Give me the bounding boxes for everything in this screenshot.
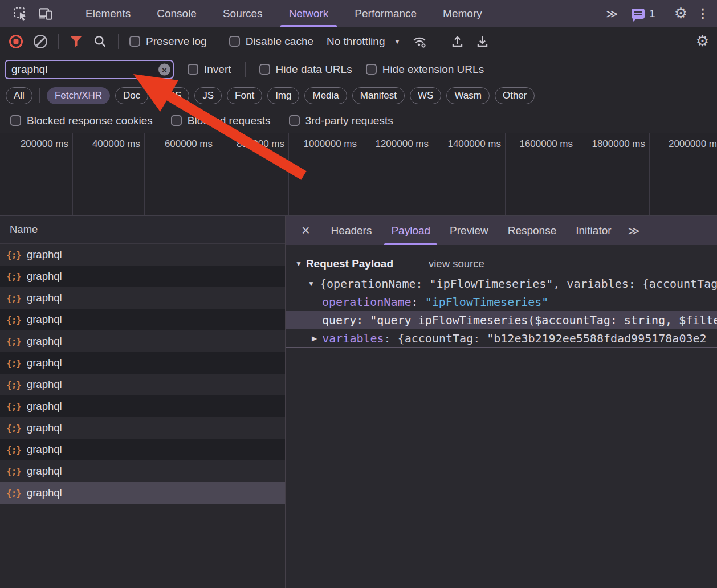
request-row[interactable]: {;}graphql xyxy=(0,309,285,330)
tab-console[interactable]: Console xyxy=(144,0,210,27)
tab-network[interactable]: Network xyxy=(276,0,342,27)
kebab-menu-icon[interactable]: ⋮ xyxy=(696,6,709,21)
request-row[interactable]: {;}graphql xyxy=(0,417,285,439)
settings-gear-icon[interactable]: ⚙ xyxy=(674,5,687,22)
request-rows: {;}graphql{;}graphql{;}graphql{;}graphql… xyxy=(0,244,285,504)
timeline-gridline xyxy=(577,133,577,215)
request-payload-section-header[interactable]: ▼ Request Payload view source xyxy=(286,253,717,275)
timeline-tick-label: 1400000 ms xyxy=(447,138,501,150)
request-name: graphql xyxy=(27,248,62,261)
record-network-log-button[interactable] xyxy=(9,35,23,48)
filter-chip-font[interactable]: Font xyxy=(227,87,262,104)
hide-extension-urls-checkbox[interactable] xyxy=(366,64,377,75)
detail-tab-payload[interactable]: Payload xyxy=(381,216,440,245)
json-separator: : xyxy=(384,332,398,345)
filter-input[interactable] xyxy=(5,60,174,79)
request-name: graphql xyxy=(27,465,62,477)
collapse-caret-icon[interactable]: ▼ xyxy=(295,260,302,268)
export-har-icon[interactable] xyxy=(475,34,490,49)
filter-chip-ws[interactable]: WS xyxy=(410,87,441,104)
filter-chip-img[interactable]: Img xyxy=(267,87,299,104)
network-conditions-icon[interactable] xyxy=(411,34,428,49)
request-row[interactable]: {;}graphql xyxy=(0,244,285,266)
filter-chip-doc[interactable]: Doc xyxy=(115,87,148,104)
3rd-party-requests-checkbox[interactable] xyxy=(289,115,300,126)
3rd-party-requests-checkbox-group[interactable]: 3rd-party requests xyxy=(289,115,393,127)
request-row[interactable]: {;}graphql xyxy=(0,330,285,352)
disable-cache-checkbox-group[interactable]: Disable cache xyxy=(229,35,313,48)
invert-checkbox-group[interactable]: Invert xyxy=(188,63,231,76)
request-name: graphql xyxy=(27,378,62,391)
request-row[interactable]: {;}graphql xyxy=(0,374,285,395)
payload-query-row-selected[interactable]: query: "query ipFlowTimeseries($accountT… xyxy=(286,311,717,329)
invert-checkbox[interactable] xyxy=(188,64,198,75)
filter-chip-wasm[interactable]: Wasm xyxy=(446,87,490,104)
tab-memory[interactable]: Memory xyxy=(430,0,495,27)
blocked-requests-checkbox[interactable] xyxy=(171,115,182,126)
request-row[interactable]: {;}graphql xyxy=(0,482,285,504)
timeline-gridline xyxy=(505,133,506,215)
request-row[interactable]: {;}graphql xyxy=(0,460,285,482)
filter-chip-manifest[interactable]: Manifest xyxy=(352,87,405,104)
tab-sources[interactable]: Sources xyxy=(210,0,276,27)
network-overview-timeline[interactable]: 200000 ms400000 ms600000 ms800000 ms1000… xyxy=(0,133,717,216)
timeline-tick-label: 1800000 ms xyxy=(592,138,645,150)
request-row[interactable]: {;}graphql xyxy=(0,395,285,417)
filter-chip-media[interactable]: Media xyxy=(304,87,347,104)
timeline-tick-label: 200000 ms xyxy=(21,138,68,150)
detail-tab-headers[interactable]: Headers xyxy=(321,216,382,245)
filter-chip-css[interactable]: CSS xyxy=(153,87,189,104)
disable-cache-checkbox[interactable] xyxy=(229,36,240,47)
network-filter-row: × Invert Hide data URLs Hide extension U… xyxy=(0,55,717,83)
preserve-log-checkbox-group[interactable]: Preserve log xyxy=(129,35,207,48)
filter-chip-other[interactable]: Other xyxy=(495,87,535,104)
blocked-requests-checkbox-group[interactable]: Blocked requests xyxy=(171,115,271,127)
request-row[interactable]: {;}graphql xyxy=(0,352,285,374)
clear-network-log-button[interactable] xyxy=(34,35,47,48)
expand-caret-icon[interactable]: ▶ xyxy=(312,334,317,342)
detail-tab-preview[interactable]: Preview xyxy=(440,216,498,245)
request-row[interactable]: {;}graphql xyxy=(0,439,285,460)
search-icon[interactable] xyxy=(93,35,107,48)
payload-operation-name-row[interactable]: operationName: "ipFlowTimeseries" xyxy=(286,293,717,311)
more-detail-tabs-icon[interactable]: ≫ xyxy=(621,216,647,245)
clear-filter-icon[interactable]: × xyxy=(158,63,170,75)
filter-chip-js[interactable]: JS xyxy=(194,87,222,104)
detail-tab-response[interactable]: Response xyxy=(498,216,567,245)
json-braces-icon: {;} xyxy=(6,379,21,390)
payload-variables-row[interactable]: ▶variables: {accountTag: "b12e3b2192ee55… xyxy=(286,329,717,348)
collapse-caret-icon[interactable]: ▼ xyxy=(308,280,315,288)
more-tabs-icon[interactable]: ≫ xyxy=(601,7,622,21)
hide-data-urls-checkbox[interactable] xyxy=(259,64,270,75)
json-braces-icon: {;} xyxy=(6,250,21,260)
name-column-header[interactable]: Name xyxy=(0,216,285,244)
network-settings-gear-icon[interactable]: ⚙ xyxy=(696,32,709,50)
inspect-element-icon[interactable] xyxy=(8,0,33,27)
view-source-link[interactable]: view source xyxy=(429,258,484,270)
throttling-dropdown[interactable]: No throttling ▼ xyxy=(327,35,400,48)
tab-elements[interactable]: Elements xyxy=(72,0,144,27)
detail-tab-initiator[interactable]: Initiator xyxy=(566,216,621,245)
request-row[interactable]: {;}graphql xyxy=(0,287,285,309)
request-row[interactable]: {;}graphql xyxy=(0,266,285,287)
resource-type-chip-row: AllFetch/XHRDocCSSJSFontImgMediaManifest… xyxy=(0,83,717,108)
tab-performance[interactable]: Performance xyxy=(341,0,430,27)
payload-tree-root-row[interactable]: ▼{operationName: "ipFlowTimeseries", var… xyxy=(286,275,717,293)
hide-extension-urls-checkbox-group[interactable]: Hide extension URLs xyxy=(366,63,484,76)
timeline-gridline xyxy=(649,133,650,215)
payload-tab-content: ▼ Request Payload view source ▼{operatio… xyxy=(286,245,717,588)
issues-counter[interactable]: 1 xyxy=(632,7,655,20)
request-name: graphql xyxy=(27,443,62,456)
filter-chip-fetch-xhr[interactable]: Fetch/XHR xyxy=(47,87,110,104)
preserve-log-checkbox[interactable] xyxy=(129,36,140,47)
timeline-tick-label: 600000 ms xyxy=(165,138,213,150)
filter-funnel-icon[interactable] xyxy=(70,35,83,48)
filter-chip-all[interactable]: All xyxy=(6,87,32,104)
blocked-response-cookies-checkbox[interactable] xyxy=(10,115,21,126)
import-har-icon[interactable] xyxy=(450,34,465,49)
close-icon[interactable]: × xyxy=(296,216,316,245)
hide-data-urls-checkbox-group[interactable]: Hide data URLs xyxy=(259,63,352,76)
device-toolbar-icon[interactable] xyxy=(33,0,58,27)
main-tab-strip: ElementsConsoleSourcesNetworkPerformance… xyxy=(72,0,495,27)
blocked-response-cookies-checkbox-group[interactable]: Blocked response cookies xyxy=(10,115,153,127)
